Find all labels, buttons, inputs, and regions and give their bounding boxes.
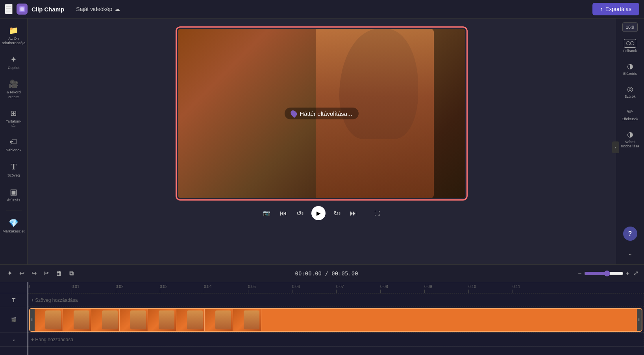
right-sidebar-chevron-icon[interactable]: ⌄ <box>628 250 633 256</box>
sidebar-item-media[interactable]: 📁 Az Ön adathordozója <box>2 22 25 48</box>
filters-label: Szűrők <box>624 95 635 99</box>
undo-button[interactable]: ↩ <box>18 268 26 279</box>
right-sidebar-item-effects[interactable]: ✏ Effektusok <box>619 104 642 125</box>
processing-dot-icon <box>289 109 298 118</box>
sidebar-divider <box>6 210 22 210</box>
video-preview-wrapper: Háttér eltávolítása... <box>176 26 468 201</box>
sidebar-item-transitions[interactable]: ▣ Átúszás <box>2 184 25 205</box>
sidebar-item-text[interactable]: T Szöveg <box>2 158 25 180</box>
play-button[interactable]: ▶ <box>311 206 326 220</box>
delete-button[interactable]: 🗑 <box>54 268 64 279</box>
sidebar-item-copilot[interactable]: ✦ Copilot <box>2 52 25 73</box>
ruler-playhead <box>28 282 28 293</box>
export-button[interactable]: ↑ Exportálás <box>592 3 639 15</box>
text-icon: T <box>11 162 17 172</box>
main-area: 📁 Az Ön adathordozója ✦ Copilot 🎥 & reko… <box>0 19 644 264</box>
video-track-label: 🎬 <box>0 317 28 322</box>
header-left: ☰ Clip Champ Saját videókép ☁ <box>5 4 592 15</box>
ruler-mark-3: 0:03 <box>160 284 204 293</box>
video-track-right-handle[interactable]: ⏸ <box>637 309 642 331</box>
captions-label: Feliratok <box>623 49 637 53</box>
templates-icon: 🏷 <box>10 138 18 147</box>
tracks-playhead <box>28 293 28 355</box>
right-sidebar-collapse-button[interactable]: ‹ <box>612 141 619 153</box>
color-label: Színek módosítása <box>620 140 640 149</box>
content-icon: ⊞ <box>10 108 17 118</box>
video-frame-4 <box>120 309 148 331</box>
project-name-text: Saját videókép <box>76 6 112 12</box>
aspect-ratio-button[interactable]: 16:9 <box>622 22 638 32</box>
zoom-slider[interactable] <box>584 270 624 277</box>
app-title: Clip Champ <box>31 6 64 13</box>
sidebar-item-brand-kit[interactable]: 💎 Márkakészlet <box>2 215 25 236</box>
ruler-mark-6: 0:06 <box>292 284 336 293</box>
copy-button[interactable]: ⧉ <box>68 268 75 279</box>
ruler-mark-2: 0:02 <box>116 284 160 293</box>
transitions-r-label: Előzetés <box>623 72 637 76</box>
video-frame-7 <box>205 309 233 331</box>
cloud-icon: ☁ <box>115 6 120 12</box>
app-logo <box>17 4 28 15</box>
video-frame-3 <box>91 309 120 331</box>
timeline-ruler: 0 0:01 0:02 0:03 0:04 0:05 <box>0 282 644 293</box>
text-track-icon: T <box>12 297 16 303</box>
audio-track-icon: ♪ <box>13 337 15 342</box>
video-track-row: 🎬 ⏸ <box>0 307 644 333</box>
left-sidebar: 📁 Az Ön adathordozója ✦ Copilot 🎥 & reko… <box>0 19 28 264</box>
audio-track-content[interactable]: + Hang hozzáadása <box>28 333 644 346</box>
sidebar-label-text: Szöveg <box>7 173 20 177</box>
player-controls: 📷 ⏮ ↺5 ▶ ↻5 ⏭ ⛶ <box>261 206 382 220</box>
sidebar-item-record[interactable]: 🎥 & rekordcreate <box>2 76 25 102</box>
sidebar-label-media: Az Ön adathordozója <box>2 36 25 45</box>
right-sidebar-item-captions[interactable]: CC Feliratok <box>619 36 642 56</box>
video-frame-8 <box>233 309 261 331</box>
forward5-button[interactable]: ↻5 <box>332 208 342 219</box>
add-audio-label: + Hang hozzáadása <box>31 337 73 342</box>
project-name[interactable]: Saját videókép ☁ <box>76 6 120 12</box>
back5-button[interactable]: ↺5 <box>295 208 305 219</box>
sidebar-item-templates[interactable]: 🏷 Sablonok <box>2 134 25 155</box>
fullscreen-button[interactable]: ⛶ <box>373 208 382 218</box>
svg-rect-1 <box>20 7 24 11</box>
timeline-area: ✦ ↩ ↪ ✂ 🗑 ⧉ 00:00.00 / 00:05.00 − + ⤢ 0 … <box>0 264 644 355</box>
video-track-content[interactable]: ⏸ <box>29 308 642 332</box>
add-text-label: + Szöveg hozzáadása <box>31 297 78 303</box>
sidebar-label-transitions: Átúszás <box>7 198 20 202</box>
export-icon: ↑ <box>600 6 603 12</box>
effects-icon: ✏ <box>627 107 633 116</box>
right-sidebar-item-transitions[interactable]: ◑ Előzetés <box>619 59 642 79</box>
text-track-content[interactable]: + Szöveg hozzáadása <box>28 293 644 307</box>
hamburger-button[interactable]: ☰ <box>5 4 13 14</box>
video-track-left-handle[interactable]: ⏸ <box>30 309 35 331</box>
zoom-out-button[interactable]: − <box>578 270 581 277</box>
right-sidebar-item-color[interactable]: ◑ Színek módosítása <box>619 127 642 152</box>
sidebar-item-content[interactable]: ⊞ Tartalom-tár <box>2 105 25 131</box>
video-frame-6 <box>176 309 205 331</box>
time-total: 00:05.00 <box>331 270 358 277</box>
transitions-r-icon: ◑ <box>627 62 633 71</box>
time-separator: / <box>325 270 331 277</box>
ruler-marks: 0 0:01 0:02 0:03 0:04 0:05 <box>28 282 557 293</box>
right-sidebar-item-filters[interactable]: ◎ Szűrők <box>619 82 642 102</box>
transitions-icon: ▣ <box>10 187 17 197</box>
zoom-in-button[interactable]: + <box>626 270 629 277</box>
copilot-icon: ✦ <box>10 55 17 64</box>
video-preview: Háttér eltávolítása... <box>178 29 465 198</box>
media-icon: 📁 <box>9 26 19 35</box>
sidebar-label-copilot: Copilot <box>8 65 20 70</box>
time-display: 00:00.00 / 00:05.00 <box>79 270 574 277</box>
timeline-expand-button[interactable]: ⤢ <box>633 270 638 277</box>
camera-button[interactable]: 📷 <box>261 208 272 218</box>
ruler-mark-5: 0:05 <box>248 284 292 293</box>
skip-button[interactable]: ⏭ <box>348 208 359 219</box>
snap-button[interactable]: ✦ <box>6 268 14 279</box>
sidebar-label-templates: Sablonok <box>6 148 22 152</box>
video-track-frames <box>35 309 637 331</box>
cut-button[interactable]: ✂ <box>42 268 50 279</box>
help-button[interactable]: ? <box>623 227 637 241</box>
rewind-button[interactable]: ⏮ <box>278 208 289 219</box>
ruler-mark-8: 0:08 <box>380 284 424 293</box>
export-label: Exportálás <box>605 6 631 12</box>
video-track-icon: 🎬 <box>11 317 17 322</box>
redo-button[interactable]: ↪ <box>30 268 38 279</box>
